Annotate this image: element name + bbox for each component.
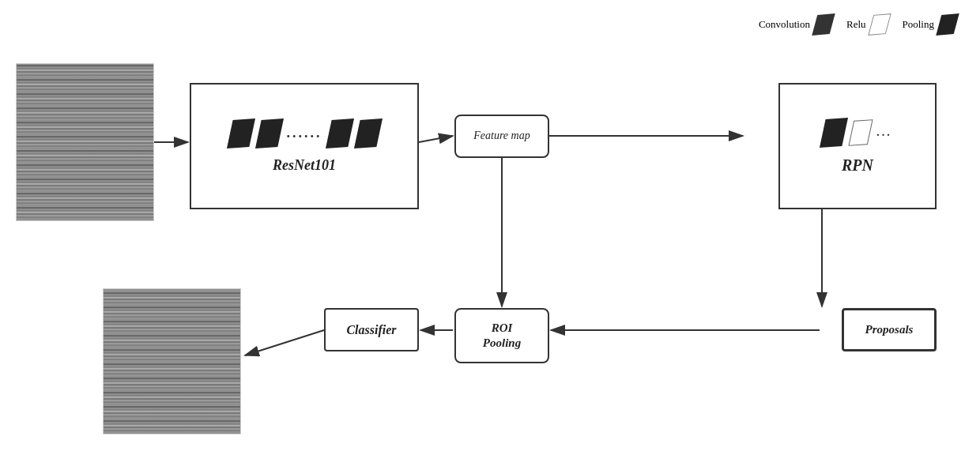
rpn-label: RPN xyxy=(842,156,873,175)
output-image xyxy=(103,288,241,434)
rpn-layer-icon-1 xyxy=(820,118,848,148)
resnet-layer-icon-3 xyxy=(325,118,353,148)
feature-map-label: Feature map xyxy=(473,130,530,143)
feature-map-box: Feature map xyxy=(454,115,549,158)
classifier-box: Classifier xyxy=(324,308,419,351)
input-image xyxy=(16,63,154,221)
resnet-layer-icon-4 xyxy=(353,118,382,148)
rpn-dots: ... xyxy=(876,126,892,139)
proposals-label: Proposals xyxy=(865,323,914,336)
resnet-label: ResNet101 xyxy=(273,157,336,174)
relu-label: Relu xyxy=(846,18,866,31)
pooling-label: Pooling xyxy=(903,18,934,31)
resnet-box: ...... ResNet101 xyxy=(190,83,419,209)
rpn-relu-icon xyxy=(849,119,873,146)
legend-convolution: Convolution xyxy=(759,14,832,35)
roi-pooling-label: ROIPooling xyxy=(483,321,521,351)
pooling-shape-icon xyxy=(936,13,959,36)
convolution-shape-icon xyxy=(812,13,835,36)
legend-relu: Relu xyxy=(846,14,888,35)
arrow-resnet-feature xyxy=(419,136,453,142)
legend: Convolution Relu Pooling xyxy=(759,14,956,35)
classifier-label: Classifier xyxy=(346,323,396,337)
proposals-box: Proposals xyxy=(842,308,937,351)
resnet-layer-icon-1 xyxy=(226,118,254,148)
roi-pooling-box: ROIPooling xyxy=(454,308,549,363)
rpn-box: ... RPN xyxy=(778,83,937,209)
legend-pooling: Pooling xyxy=(903,14,956,35)
resnet-dots: ...... xyxy=(287,125,322,141)
relu-shape-icon xyxy=(868,13,891,36)
resnet-icons: ...... xyxy=(230,119,379,148)
rpn-icons: ... xyxy=(823,118,892,147)
resnet-layer-icon-2 xyxy=(254,118,283,148)
convolution-label: Convolution xyxy=(759,18,810,31)
diagram-container: Convolution Relu Pooling ...... ResNet10… xyxy=(0,0,980,466)
arrow-classifier-output xyxy=(245,330,324,355)
